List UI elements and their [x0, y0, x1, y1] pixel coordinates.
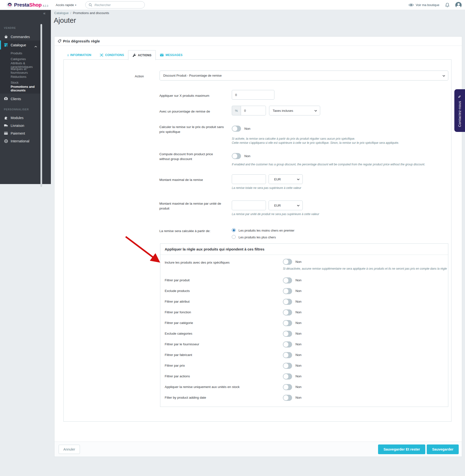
sidebar-item-paiement[interactable]: Paiement	[0, 130, 41, 137]
search-input[interactable]	[95, 3, 138, 7]
include-specific-row: Inclure les produits avec des prix spéci…	[160, 255, 448, 275]
percentage-input[interactable]	[241, 106, 266, 115]
contact-us-tab[interactable]: Contactez-nous ✎	[454, 89, 465, 132]
reduction-help-line1: Si activée, la remise sera calculée à pa…	[232, 137, 355, 141]
radio-most-expensive[interactable]	[232, 235, 236, 239]
card-footer: Annuler Sauvegarder Et rester Sauvegarde…	[54, 442, 462, 457]
tab-information[interactable]: i INFORMATION	[63, 50, 95, 60]
info-icon: i	[68, 53, 69, 57]
filter-row-label: Exclude categories	[165, 332, 192, 335]
sidebar-item-reductions[interactable]: Réductions	[0, 74, 41, 79]
view-shop-link[interactable]: Voir ma boutique	[409, 3, 439, 7]
card-header: Prix dégressifs règle	[54, 37, 462, 46]
filter-toggle[interactable]	[283, 288, 292, 294]
chevron-down-icon: ▾	[75, 4, 76, 6]
sidebar-nav: « VENDRE Commandes Catalogue Produits Ca…	[0, 10, 51, 184]
reduction-without-specific-toggle[interactable]	[232, 126, 241, 132]
max-amount-per-unit-currency-select[interactable]: EUR	[269, 200, 303, 210]
contact-us-label: Contactez-nous	[458, 101, 462, 127]
filter-row-label: Filtrer par fonction	[165, 310, 191, 314]
prestashop-logo[interactable]: PrestaShop 8.2.3	[6, 2, 48, 8]
filter-row: Filter by product adding date Non	[160, 393, 448, 403]
filter-toggle[interactable]	[283, 299, 292, 305]
toggle-state: Non	[296, 260, 302, 264]
chevron-down-icon	[443, 74, 445, 77]
cancel-button[interactable]: Annuler	[59, 445, 80, 454]
prestashop-mascot-icon	[6, 2, 13, 8]
sidebar-item-catalogue[interactable]: Catalogue	[0, 41, 41, 49]
radio-option-label[interactable]: Les produits les moins chers en premier	[239, 229, 295, 232]
action-select[interactable]: Discount Produit - Pourcentage de remise	[160, 71, 448, 80]
sidebar-item-modules[interactable]: Modules	[0, 114, 41, 122]
tab-conditions[interactable]: CONDITIONS	[95, 50, 128, 60]
calc-from-label: La remise sera calculée à partir de:	[159, 229, 211, 233]
sidebar-item-marques[interactable]: Marques et fournisseurs	[0, 68, 41, 74]
person-icon	[4, 97, 8, 101]
radio-cheapest-first[interactable]	[232, 228, 236, 232]
filter-toggle[interactable]	[283, 342, 292, 347]
sidebar-item-international[interactable]: International	[0, 137, 41, 145]
include-specific-toggle[interactable]	[283, 259, 292, 265]
tab-actions[interactable]: ACTIONS	[128, 50, 156, 60]
sidebar-item-promotions[interactable]: Promotions and discounts	[0, 86, 41, 91]
max-amount-currency-select[interactable]: EUR	[269, 174, 303, 184]
breadcrumb-parent[interactable]: Catalogue	[54, 11, 69, 15]
sidebar-item-commandes[interactable]: Commandes	[0, 33, 41, 41]
tab-messages[interactable]: MESSAGES	[156, 50, 187, 60]
max-products-input[interactable]	[232, 90, 275, 100]
filter-row: Exclude categories Non	[160, 329, 448, 339]
max-products-label: Appliquer sur X produits maximum	[159, 93, 209, 98]
notifications-bell-icon[interactable]	[445, 3, 450, 8]
filter-toggle[interactable]	[283, 373, 292, 379]
catalogue-submenu: Produits Catégories Attributs & caractér…	[0, 50, 41, 91]
search-icon	[89, 3, 92, 7]
radio-option-label[interactable]: Les produits les plus chers	[239, 235, 276, 239]
filter-row-label: Filtrer par actions	[165, 374, 190, 378]
save-button[interactable]: Sauvegarder	[427, 444, 459, 454]
max-amount-input[interactable]	[232, 174, 266, 184]
chevron-down-icon	[297, 177, 300, 181]
sidebar-section-vendre: VENDRE	[4, 26, 16, 29]
filter-row-label: Exclude products	[165, 289, 190, 293]
save-and-stay-button[interactable]: Sauvegarder Et rester	[378, 444, 425, 454]
without-group-discount-label: Compute discount from product price with…	[159, 152, 220, 162]
quick-access-menu[interactable]: Accès rapide ▾	[56, 0, 76, 10]
without-group-discount-toggle[interactable]	[232, 153, 241, 159]
price-rule-card: Prix dégressifs règle i INFORMATION COND…	[54, 36, 462, 457]
filter-row: Exclude products Non	[160, 286, 448, 297]
filter-toggle[interactable]	[283, 395, 292, 401]
filter-toggle[interactable]	[283, 310, 292, 315]
toggle-state: Non	[296, 374, 302, 378]
filter-toggle[interactable]	[283, 384, 292, 390]
envelope-icon	[160, 54, 164, 56]
filter-row-label: Filtrer par attribut	[165, 300, 190, 303]
chevron-up-icon	[34, 44, 37, 48]
filters-box: Appliquer la règle aux produits qui répo…	[160, 244, 448, 407]
chevron-down-icon	[297, 204, 300, 207]
filter-toggle[interactable]	[283, 352, 292, 358]
filter-toggle[interactable]	[283, 363, 292, 369]
toggle-state: Non	[296, 310, 302, 314]
sidebar-item-produits[interactable]: Produits	[0, 50, 41, 56]
toggle-state: Non	[296, 396, 302, 399]
tax-select[interactable]: Taxes incluses	[269, 106, 320, 115]
filter-row-label: Filtrer par prix	[165, 364, 185, 367]
percentage-group: %	[232, 106, 266, 115]
sidebar-item-label: Catalogue	[11, 43, 26, 47]
sidebar-item-clients[interactable]: Clients	[0, 95, 41, 103]
top-header: PrestaShop 8.2.3 Accès rapide ▾ Voir ma …	[0, 0, 465, 10]
toggle-state: Non	[296, 364, 302, 367]
sidebar-collapse-icon[interactable]: «	[43, 11, 45, 16]
filter-row: Filtrer par le fournisseur Non	[160, 339, 448, 350]
filter-toggle[interactable]	[283, 320, 292, 326]
wrench-icon	[132, 54, 136, 57]
max-amount-per-unit-input[interactable]	[232, 200, 266, 210]
sidebar-item-livraison[interactable]: Livraison	[0, 122, 41, 129]
header-search[interactable]	[85, 1, 145, 9]
filter-toggle[interactable]	[283, 277, 292, 283]
sidebar-scrollbar[interactable]	[41, 24, 42, 187]
user-avatar[interactable]	[455, 2, 462, 8]
globe-icon	[4, 139, 8, 143]
filter-toggle[interactable]	[283, 331, 292, 337]
action-label: Action	[106, 74, 144, 79]
